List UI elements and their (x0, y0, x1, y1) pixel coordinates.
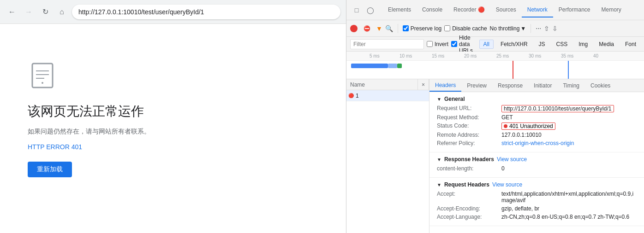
filter-icon[interactable]: ▼ (376, 25, 382, 32)
timeline-bars-area (346, 61, 644, 79)
disable-cache-checkbox[interactable] (444, 25, 450, 31)
devtools-network-toolbar: ⛔ ▼ 🔍 Preserve log Disable cache No thro… (346, 20, 644, 37)
preserve-log-label[interactable]: Preserve log (403, 25, 441, 32)
row-error-icon: 🔴 (348, 93, 354, 98)
filter-all-button[interactable]: All (479, 40, 494, 49)
details-tab-initiator[interactable]: Initiator (528, 79, 557, 92)
content-length-value: 0 (501, 165, 505, 172)
devtools-filter-bar: Invert Hide data URLs All Fetch/XHR JS C… (346, 37, 644, 52)
hide-data-urls-label[interactable]: Hide data URLs (451, 35, 477, 54)
filter-media-button[interactable]: Media (595, 40, 618, 49)
error-code: HTTP ERROR 401 (28, 143, 82, 151)
filter-fetch-xhr-button[interactable]: Fetch/XHR (496, 40, 532, 49)
throttling-selector[interactable]: No throttling ▼ (490, 25, 526, 32)
preserve-log-text: Preserve log (411, 25, 441, 32)
record-button[interactable] (350, 25, 358, 32)
header-close[interactable]: × (418, 79, 429, 90)
general-triangle: ▼ (437, 97, 441, 102)
referrer-policy-key: Referrer Policy: (437, 140, 501, 146)
address-input[interactable] (72, 5, 340, 19)
network-details-panel: Headers Preview Response Initiator Timin… (429, 79, 644, 233)
page-content: 该网页无法正常运作 如果问题仍然存在，请与网站所有者联系。 HTTP ERROR… (0, 24, 346, 233)
tick-5ms: 5 ms (370, 53, 380, 58)
referrer-policy-value: strict-origin-when-cross-origin (501, 140, 574, 146)
status-code-row: Status Code: 401 Unauthorized (437, 122, 637, 130)
reload-button[interactable]: ↻ (39, 6, 52, 18)
remote-address-row: Remote Address: 127.0.0.1:10010 (437, 132, 637, 138)
tab-performance[interactable]: Performance (553, 3, 596, 17)
details-tab-timing[interactable]: Timing (557, 79, 585, 92)
status-code-badge: 401 Unauthorized (501, 122, 555, 130)
tab-elements[interactable]: Elements (382, 3, 417, 17)
wifi-icon: ⋅⋅⋅ (536, 25, 541, 32)
response-view-source[interactable]: View source (497, 156, 527, 163)
invert-label[interactable]: Invert (427, 41, 448, 47)
toolbar-divider2 (531, 24, 531, 33)
upload-icon: ⇧ (544, 25, 549, 32)
details-tab-response[interactable]: Response (492, 79, 528, 92)
reload-page-button[interactable]: 重新加载 (28, 162, 72, 177)
accept-encoding-value: gzip, deflate, br (501, 205, 539, 212)
tick-20ms: 20 ms (464, 53, 477, 58)
tab-memory[interactable]: Memory (596, 3, 627, 17)
content-length-row: content-length: 0 (437, 165, 637, 172)
request-method-value: GET (501, 114, 513, 121)
network-name-list: Name × 🔴 1 (346, 79, 429, 233)
filter-img-button[interactable]: Img (574, 40, 592, 49)
tab-sources[interactable]: Sources (490, 3, 522, 17)
devtools-inspect-button[interactable]: □ (350, 4, 363, 17)
clear-button[interactable]: ⛔ (360, 22, 373, 35)
forward-button[interactable]: → (22, 6, 35, 18)
tab-console[interactable]: Console (417, 3, 448, 17)
request-method-key: Request Method: (437, 114, 501, 121)
status-code-key: Status Code: (437, 122, 501, 130)
tick-15ms: 15 ms (432, 53, 444, 58)
accept-row: Accept: text/html,application/xhtml+xml,… (437, 191, 637, 204)
tab-recorder[interactable]: Recorder 🔴 (448, 3, 490, 17)
general-label: General (444, 96, 465, 102)
preserve-log-checkbox[interactable] (403, 25, 409, 31)
details-tab-bar: Headers Preview Response Initiator Timin… (429, 79, 644, 92)
network-filter-input[interactable] (350, 39, 424, 49)
search-network-icon[interactable]: 🔍 (385, 25, 393, 32)
accept-encoding-key: Accept-Encoding: (437, 205, 501, 212)
request-headers-section: ▼ Request Headers View source Accept: te… (429, 178, 644, 226)
details-tab-preview[interactable]: Preview (461, 79, 492, 92)
back-button[interactable]: ← (6, 6, 18, 18)
error-subtitle: 如果问题仍然存在，请与网站所有者联系。 (28, 128, 150, 136)
accept-key: Accept: (437, 191, 501, 204)
network-timeline: 5 ms 10 ms 15 ms 20 ms 25 ms 30 ms 35 ms… (346, 52, 644, 79)
devtools-tab-bar: □ ◯ Elements Console Recorder 🔴 Sources … (346, 0, 644, 20)
filter-font-button[interactable]: Font (621, 40, 640, 49)
tick-35ms: 35 ms (561, 53, 573, 58)
tab-network[interactable]: Network (522, 3, 553, 17)
devtools-device-button[interactable]: ◯ (364, 4, 377, 17)
response-headers-title: Response Headers (444, 156, 494, 163)
home-button[interactable]: ⌂ (55, 6, 68, 18)
hide-data-urls-checkbox[interactable] (451, 41, 457, 47)
download-icon: ⇩ (552, 25, 558, 32)
general-section: ▼ General Request URL: http://127.0.0.1:… (429, 92, 644, 152)
referrer-policy-row: Referrer Policy: strict-origin-when-cros… (437, 140, 637, 146)
throttling-chevron: ▼ (520, 25, 526, 32)
request-url-value: http://127.0.0.1:10010/test/user/queryBy… (501, 105, 614, 112)
svg-rect-0 (32, 64, 53, 87)
network-row-1[interactable]: 🔴 1 (346, 90, 429, 101)
filter-css-button[interactable]: CSS (552, 40, 572, 49)
tick-25ms: 25 ms (496, 53, 509, 58)
response-headers-triangle: ▼ (437, 157, 441, 162)
invert-text: Invert (435, 41, 448, 47)
filter-js-button[interactable]: JS (535, 40, 549, 49)
header-name[interactable]: Name (346, 79, 418, 90)
request-view-source[interactable]: View source (492, 181, 522, 188)
invert-checkbox[interactable] (427, 41, 433, 47)
request-url-row: Request URL: http://127.0.0.1:10010/test… (437, 105, 637, 112)
request-method-row: Request Method: GET (437, 114, 637, 121)
timeline-bar-green (397, 64, 402, 68)
details-tab-headers[interactable]: Headers (429, 79, 461, 92)
status-code-value: 401 Unauthorized (509, 123, 553, 129)
disable-cache-label[interactable]: Disable cache (444, 25, 487, 32)
details-tab-cookies[interactable]: Cookies (585, 79, 616, 92)
response-headers-title-row: ▼ Response Headers View source (437, 156, 637, 163)
timeline-bar-blue (351, 64, 388, 68)
